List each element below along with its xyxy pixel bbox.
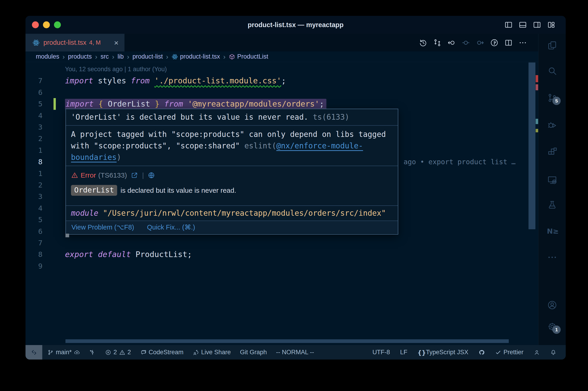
token	[183, 99, 188, 108]
hover-error-detail: Error (TS6133) | OrderList is declared b…	[66, 166, 398, 206]
nav-back-icon[interactable]	[447, 38, 456, 47]
layout-controls	[504, 16, 556, 34]
breadcrumb-item-src[interactable]: src	[101, 53, 109, 60]
line-number: 6	[25, 87, 42, 98]
close-tab-icon[interactable]: ×	[114, 39, 118, 47]
activity-item-more[interactable]	[547, 252, 557, 263]
status-label: main*	[56, 349, 72, 356]
share-icon	[193, 349, 199, 356]
commit-graph-icon	[89, 349, 96, 356]
code-row: 7	[25, 237, 526, 249]
more-icon[interactable]	[518, 38, 527, 47]
breadcrumb-item-products[interactable]: products	[68, 53, 92, 60]
nav-forward-icon[interactable]	[476, 38, 484, 47]
breadcrumb-item-modules[interactable]: modules	[36, 53, 59, 60]
layout-grid-icon[interactable]	[547, 20, 556, 29]
status-item-share[interactable]: Live Share	[193, 349, 231, 356]
hover-eslint-rule: A project tagged with "scope:products" c…	[66, 126, 398, 166]
activity-item-debug[interactable]	[547, 120, 557, 130]
eslint-source: eslint(	[244, 141, 276, 150]
nx-rule-link[interactable]: @nx/enforce-module-	[276, 141, 363, 150]
status-item-check[interactable]: Prettier	[495, 349, 523, 356]
breadcrumb-item-product-list[interactable]: product-list	[133, 53, 163, 60]
status-item-commit-graph[interactable]	[89, 349, 96, 356]
run-circle-icon[interactable]	[490, 38, 499, 47]
activity-item-settings[interactable]: 1	[547, 321, 557, 332]
status-item-comment[interactable]: CodeStream	[140, 349, 183, 356]
token	[150, 99, 155, 108]
git-compare-icon[interactable]	[433, 38, 442, 47]
error-description: is declared but its value is never read.	[118, 187, 236, 194]
line-number: 7	[25, 237, 42, 249]
gutter-modified-indicator	[54, 98, 56, 110]
error-hover-tooltip: 'OrderList' is declared but its value is…	[66, 109, 398, 235]
status-item-git-graph[interactable]: Git Graph	[240, 349, 267, 356]
tab-product-list-tsx[interactable]: product-list.tsx 4, M ×	[25, 34, 125, 51]
chevron-right-icon: ›	[95, 53, 97, 61]
layout-sidebar-right-icon[interactable]	[533, 20, 541, 29]
titlebar: product-list.tsx — myreactapp	[25, 16, 566, 34]
nx-icon: N≥	[547, 226, 557, 236]
code-line: export default ProductList;	[65, 249, 192, 260]
activity-item-beaker[interactable]	[547, 200, 557, 210]
status-item-error-circle[interactable]: 22	[105, 349, 131, 356]
status-item-utf-8[interactable]: UTF-8	[372, 349, 390, 356]
activity-item-source-control[interactable]: 5	[547, 93, 557, 103]
line-number: 1	[25, 144, 42, 156]
status-item-git-branch[interactable]: main*	[47, 349, 80, 356]
breadcrumb-label: src	[101, 53, 109, 60]
activity-item-extensions[interactable]	[547, 146, 557, 157]
token: {	[98, 99, 103, 108]
activity-item-account[interactable]	[547, 300, 557, 310]
token: ;	[320, 99, 324, 108]
breadcrumb-item-product-list-tsx[interactable]: product-list.tsx	[171, 53, 220, 60]
activity-item-search[interactable]	[547, 66, 557, 76]
code-row[interactable]: 7import styles from './product-list.modu…	[25, 75, 526, 87]
status-left: main*22CodeStreamLive ShareGit Graph-- N…	[47, 345, 314, 360]
globe-icon[interactable]	[148, 172, 155, 179]
line-number: 1	[25, 168, 42, 180]
status-item-braces[interactable]: {}TypeScript JSX	[417, 349, 468, 356]
hover-resize-grip[interactable]	[66, 234, 69, 237]
nx-rule-link[interactable]: boundaries	[71, 153, 117, 162]
activity-item-files[interactable]	[547, 40, 557, 51]
status-item-bell[interactable]	[550, 349, 557, 356]
token: ;	[281, 76, 286, 85]
breadcrumb-item-lib[interactable]: lib	[118, 53, 124, 60]
warning-triangle-icon	[119, 349, 125, 356]
activity-item-remote-explorer[interactable]	[547, 175, 557, 185]
status-item-feedback[interactable]	[534, 349, 540, 356]
vertical-scrollbar[interactable]	[528, 63, 535, 229]
feedback-icon	[534, 349, 540, 356]
status-item-github[interactable]	[478, 349, 485, 356]
token: import	[66, 99, 94, 108]
activity-item-nx[interactable]: N≥	[547, 226, 557, 236]
code-row[interactable]: 5import { OrderList } from '@myreactapp/…	[25, 98, 526, 110]
status-item-normal[interactable]: -- NORMAL --	[276, 349, 314, 356]
layout-panel-icon[interactable]	[518, 20, 527, 29]
diagnostic-message: 'OrderList' is declared but its value is…	[71, 112, 308, 121]
code-row: 9	[25, 260, 526, 272]
horizontal-scrollbar[interactable]	[66, 339, 509, 343]
status-item-lf[interactable]: LF	[400, 349, 408, 356]
token: './product-list.module.css'	[154, 76, 281, 85]
token: import	[65, 76, 93, 85]
remote-indicator-button[interactable]	[25, 345, 42, 360]
history-icon[interactable]	[419, 38, 427, 47]
tab-problems-badge: 4, M	[89, 39, 101, 46]
nav-dot-icon[interactable]	[461, 38, 470, 47]
view-problem-action[interactable]: View Problem (⌥F8)	[72, 223, 134, 231]
react-icon	[171, 54, 178, 60]
status-label: -- NORMAL --	[276, 349, 314, 356]
token	[150, 76, 154, 85]
quick-fix-action[interactable]: Quick Fix... (⌘.)	[147, 223, 195, 231]
breadcrumb-label: product-list	[133, 53, 163, 60]
line-number: 7	[25, 75, 42, 87]
code-row[interactable]: 8export default ProductList;	[25, 249, 526, 260]
eslint-message: A project tagged with "scope:products" c…	[71, 130, 386, 139]
cloud-upload-icon	[74, 349, 80, 356]
split-editor-icon[interactable]	[504, 38, 513, 47]
breadcrumb-item-productlist[interactable]: ProductList	[229, 53, 268, 60]
external-link-icon[interactable]	[131, 172, 138, 179]
layout-sidebar-left-icon[interactable]	[504, 20, 513, 29]
